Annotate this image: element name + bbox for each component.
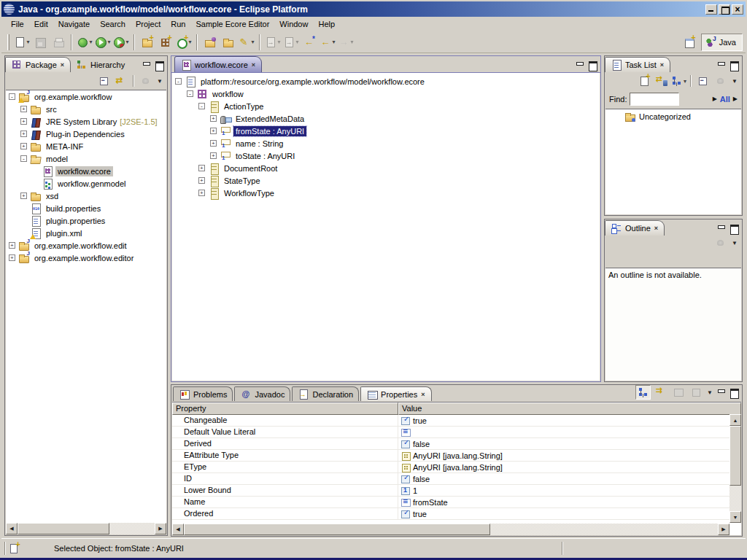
dropdown-arrow-icon[interactable]: ▾ [125,39,128,45]
horizontal-scrollbar[interactable]: ◀ ▶ [172,524,729,535]
scroll-right-button[interactable]: ▶ [718,524,729,535]
expand-toggle[interactable]: + [210,115,217,122]
minimize-view-button[interactable] [142,61,152,69]
expand-toggle[interactable]: + [9,254,15,261]
open-perspective-button[interactable] [681,34,698,51]
scope-all-link[interactable]: All [720,95,730,104]
tree-item[interactable]: +fromState : AnyURI [172,125,600,137]
next-annotation-button[interactable]: ▾ [264,34,282,51]
tree-item[interactable]: -org.example.workflow [6,90,166,103]
dropdown-arrow-icon[interactable]: ▾ [251,39,254,45]
maximize-view-button[interactable] [729,388,739,397]
outline-filter-button[interactable] [713,236,728,250]
print-button[interactable] [50,34,67,51]
view-menu-chevron[interactable]: ▼ [730,78,739,85]
task-presentation-button[interactable]: ▾ [671,74,686,88]
expand-toggle[interactable]: + [198,177,205,184]
property-row[interactable]: Derivedfalse [172,438,741,450]
menu-window[interactable]: Window [274,18,313,31]
tree-item[interactable]: +JRE System Library[J2SE-1.5] [6,115,166,128]
dropdown-arrow-icon[interactable]: ▾ [107,39,110,45]
tree-item[interactable]: +Plug-in Dependencies [6,128,166,140]
forward-button[interactable]: ▾ [337,34,355,51]
scroll-left-button[interactable]: ◀ [172,524,184,535]
tree-item[interactable]: +WorkflowType [172,187,600,199]
maximize-view-button[interactable] [729,224,739,233]
property-row[interactable]: EAttribute TypeAnyURI [java.lang.String] [172,450,741,462]
dropdown-arrow-icon[interactable]: ▾ [26,39,29,45]
expand-toggle[interactable]: + [210,152,217,159]
window-close-button[interactable] [732,4,743,15]
scope-next-arrow-icon[interactable]: ▶ [733,96,738,102]
tree-item[interactable]: workflow.ecore [6,165,166,177]
property-row[interactable]: IDfalse [172,473,741,485]
property-row[interactable]: NamefromState [172,497,741,508]
expand-toggle[interactable]: + [210,128,217,134]
view-menu-chevron[interactable]: ▼ [155,78,164,85]
vertical-scrollbar[interactable]: ▲ ▼ [729,414,741,523]
new-package-button[interactable] [157,34,174,51]
tree-item[interactable]: -platform:/resource/org.example.workflow… [172,75,600,88]
close-icon[interactable]: × [251,61,256,69]
run-button[interactable]: ▾ [94,34,112,51]
tree-item[interactable]: -workflow [172,88,600,100]
menu-file[interactable]: File [6,18,29,31]
external-tools-brush-button[interactable]: ▾ [238,34,255,51]
dropdown-arrow-icon[interactable]: ▾ [89,39,92,45]
view-menu-chevron[interactable]: ▼ [705,389,714,396]
tree-item[interactable]: +name : String [172,137,600,149]
window-maximize-button[interactable] [719,4,730,15]
scroll-up-button[interactable]: ▲ [729,414,741,426]
maximize-view-button[interactable] [154,61,164,69]
scroll-left-button[interactable]: ◀ [6,523,18,534]
tree-item[interactable]: -model [6,152,166,165]
open-type-button[interactable] [201,34,219,51]
collapse-all-button[interactable] [695,74,711,88]
tree-item[interactable]: plugin.xml [6,227,166,239]
tab-properties[interactable]: Properties × [360,386,431,401]
tree-item[interactable]: +src [6,103,166,115]
tab-javadoc[interactable]: Javadoc [234,386,290,401]
minimize-view-button[interactable] [716,61,727,69]
dropdown-arrow-icon[interactable]: ▾ [332,39,335,45]
collapse-toggle[interactable]: - [175,78,182,85]
tree-item[interactable]: +META-INF [6,140,166,152]
property-row[interactable]: Orderedtrue [172,508,741,520]
previous-annotation-button[interactable]: ▾ [282,34,300,51]
last-edit-location-button[interactable] [301,34,318,51]
expand-toggle[interactable]: + [198,190,205,196]
close-icon[interactable]: × [420,391,425,398]
scrollbar-thumb[interactable] [729,426,741,486]
dropdown-arrow-icon[interactable]: ▾ [295,39,298,45]
link-with-editor-button[interactable] [114,74,129,88]
dropdown-arrow-icon[interactable]: ▾ [188,39,191,45]
tree-item[interactable]: +DocumentRoot [172,162,600,174]
menu-search[interactable]: Search [95,18,131,31]
tree-item[interactable]: +StateType [172,174,600,187]
find-input[interactable] [630,93,679,106]
tab-package-explorer[interactable]: Package × [5,57,71,72]
menu-project[interactable]: Project [131,18,166,31]
property-row[interactable]: Default Value Literal [172,427,741,438]
menu-navigate[interactable]: Navigate [53,18,95,31]
new-wizard-button[interactable]: ▾ [13,34,31,51]
expand-toggle[interactable]: + [20,131,27,137]
scrollbar-thumb[interactable] [18,523,109,534]
menu-sample-ecore-editor[interactable]: Sample Ecore Editor [190,18,274,31]
close-icon[interactable]: × [654,225,659,232]
property-row[interactable]: Lower Bound1 [172,485,741,497]
property-row[interactable]: ETypeAnyURI [java.lang.String] [172,462,741,473]
debug-button[interactable]: ▾ [76,34,93,51]
dropdown-arrow-icon[interactable]: ▾ [684,78,686,85]
window-minimize-button[interactable] [705,4,717,15]
tab-declaration[interactable]: Declaration [292,386,359,401]
scroll-down-button[interactable]: ▼ [729,511,741,523]
close-icon[interactable]: × [659,61,665,69]
view-menu-chevron[interactable]: ▼ [730,240,739,246]
maximize-editor-button[interactable] [587,61,597,69]
pin-properties-button[interactable] [688,385,703,400]
restore-default-button[interactable] [670,385,686,400]
collapse-toggle[interactable]: - [187,90,193,97]
expand-toggle[interactable]: + [20,143,27,149]
java-perspective-button[interactable]: Java [701,34,743,51]
